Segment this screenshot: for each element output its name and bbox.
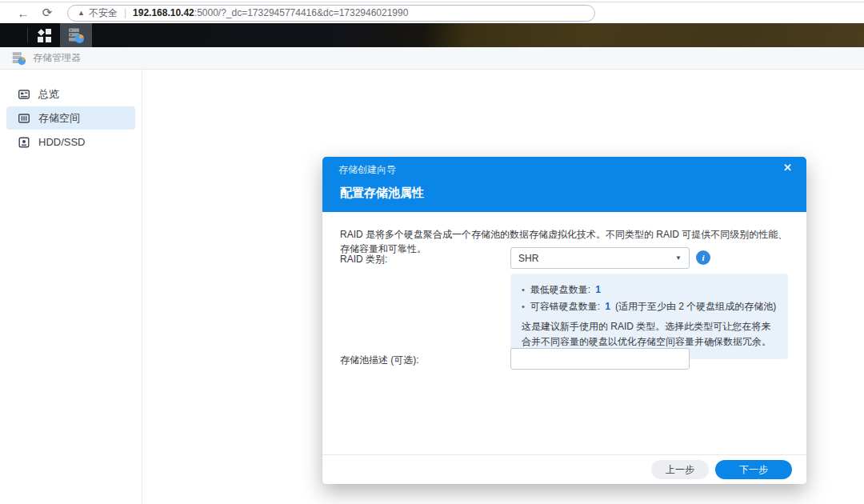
- sidebar-item-hdd-ssd[interactable]: HDD/SSD: [6, 130, 135, 154]
- raid-info-box: • 最低硬盘数量: 1 • 可容错硬盘数量: 1 (适用于至少由 2 个硬盘组成…: [510, 274, 788, 359]
- sidebar-item-storage-space[interactable]: 存储空间: [6, 106, 135, 130]
- sidebar: 总览 存储空间: [0, 70, 142, 504]
- storage-manager-icon: [67, 26, 85, 44]
- storage-wizard-dialog: 存储创建向导 ✕ 配置存储池属性 RAID 是将多个硬盘聚合成一个存储池的数据存…: [322, 157, 806, 484]
- screen: ← ⟳ ▲ 不安全 | 192.168.10.42 :5000/?_dc=173…: [0, 0, 864, 504]
- dialog-title: 存储创建向导: [338, 163, 396, 177]
- main-menu-icon: [38, 29, 51, 42]
- overview-icon: [18, 88, 30, 101]
- security-label[interactable]: 不安全: [89, 6, 118, 20]
- dsm-taskbar: [0, 23, 864, 47]
- dialog-header: 存储创建向导 ✕ 配置存储池属性: [322, 157, 806, 212]
- hdd-icon: [18, 136, 30, 149]
- url-host[interactable]: 192.168.10.42: [133, 7, 194, 18]
- next-button[interactable]: 下一步: [715, 460, 792, 479]
- sidebar-item-label: 存储空间: [38, 111, 80, 126]
- bullet-icon: •: [522, 282, 525, 298]
- tolerance-value: 1: [605, 298, 610, 315]
- raid-recommendation-text: 这是建议新手使用的 RAID 类型。选择此类型可让您在将来合并不同容量的硬盘以优…: [522, 319, 777, 350]
- min-disks-label: 最低硬盘数量:: [530, 282, 590, 298]
- sidebar-item-label: HDD/SSD: [38, 136, 86, 148]
- raid-type-value: SHR: [518, 253, 538, 264]
- pool-description-input[interactable]: [510, 348, 690, 370]
- tolerance-label: 可容错硬盘数量:: [530, 298, 600, 315]
- storage-space-icon: [18, 112, 30, 125]
- pool-description-label: 存储池描述 (可选):: [340, 354, 419, 367]
- info-icon[interactable]: i: [696, 250, 710, 265]
- back-icon[interactable]: ←: [11, 6, 35, 20]
- min-disks-row: • 最低硬盘数量: 1: [522, 282, 777, 298]
- raid-type-select[interactable]: SHR ▼: [510, 247, 690, 269]
- main-menu-button[interactable]: [28, 23, 60, 47]
- storage-manager-taskbar-button[interactable]: [60, 23, 92, 47]
- bullet-icon: •: [522, 299, 525, 314]
- tolerance-note: (适用于至少由 2 个硬盘组成的存储池): [615, 298, 776, 315]
- close-icon[interactable]: ✕: [783, 162, 792, 174]
- previous-button[interactable]: 上一步: [651, 460, 709, 479]
- dialog-footer: 上一步 下一步: [322, 454, 806, 484]
- refresh-icon[interactable]: ⟳: [35, 6, 59, 20]
- window-title: 存储管理器: [33, 51, 81, 65]
- address-bar[interactable]: ▲ 不安全 | 192.168.10.42 :5000/?_dc=1732945…: [67, 5, 595, 22]
- tolerance-row: • 可容错硬盘数量: 1 (适用于至少由 2 个硬盘组成的存储池): [522, 298, 777, 315]
- raid-type-label: RAID 类别:: [340, 253, 387, 266]
- browser-toolbar: ← ⟳ ▲ 不安全 | 192.168.10.42 :5000/?_dc=173…: [0, 2, 864, 23]
- storage-manager-window-icon: [11, 50, 26, 66]
- url-path[interactable]: :5000/?_dc=1732945774416&dc=173294602199…: [194, 7, 409, 18]
- min-disks-value: 1: [595, 282, 601, 298]
- window-title-bar: 存储管理器: [0, 47, 864, 70]
- step-title: 配置存储池属性: [340, 186, 424, 201]
- sidebar-item-label: 总览: [38, 87, 59, 102]
- security-warning-icon[interactable]: ▲: [78, 9, 85, 17]
- chevron-down-icon: ▼: [675, 254, 682, 262]
- sidebar-item-overview[interactable]: 总览: [6, 82, 135, 106]
- address-separator: |: [124, 7, 126, 18]
